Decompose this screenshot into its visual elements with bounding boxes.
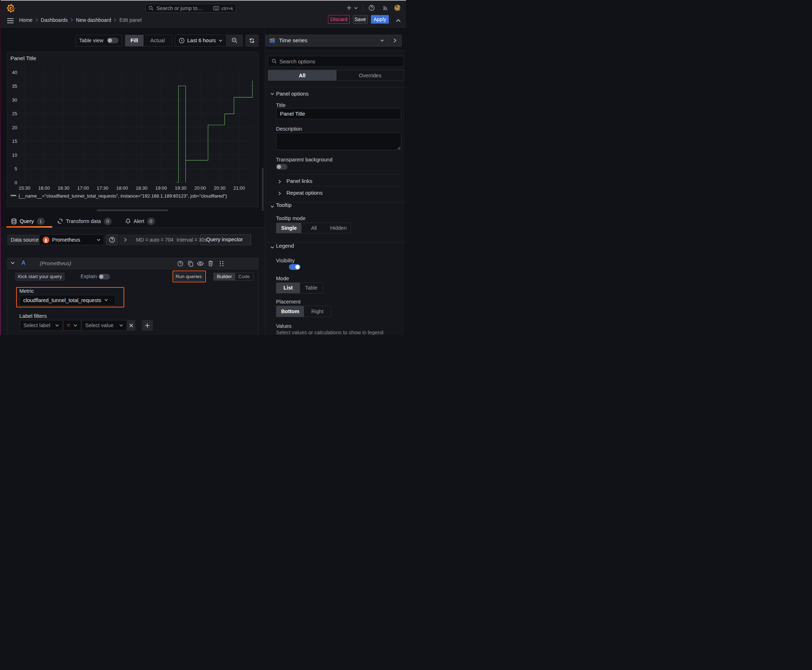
svg-text:19:00: 19:00 [155,185,167,191]
svg-text:20: 20 [12,125,17,130]
svg-text:15: 15 [12,139,17,144]
svg-text:20:30: 20:30 [214,185,225,191]
svg-text:{__name__="cloudflared_tunnel_: {__name__="cloudflared_tunnel_total_requ… [18,193,227,199]
svg-text:10: 10 [12,152,17,158]
svg-text:21:00: 21:00 [233,185,245,191]
svg-text:18:00: 18:00 [116,185,128,191]
svg-text:35: 35 [12,83,17,89]
svg-text:17:30: 17:30 [97,185,108,191]
svg-text:0: 0 [14,180,17,185]
svg-text:15:30: 15:30 [19,185,31,191]
svg-text:16:30: 16:30 [58,185,70,191]
svg-text:5: 5 [14,166,17,171]
svg-text:30: 30 [12,97,17,103]
svg-text:25: 25 [12,111,17,116]
svg-text:20:00: 20:00 [194,185,206,191]
svg-text:17:00: 17:00 [77,185,89,191]
svg-text:40: 40 [12,70,17,75]
svg-text:19:30: 19:30 [175,185,186,191]
svg-text:16:00: 16:00 [38,185,50,191]
svg-text:18:30: 18:30 [136,185,147,191]
